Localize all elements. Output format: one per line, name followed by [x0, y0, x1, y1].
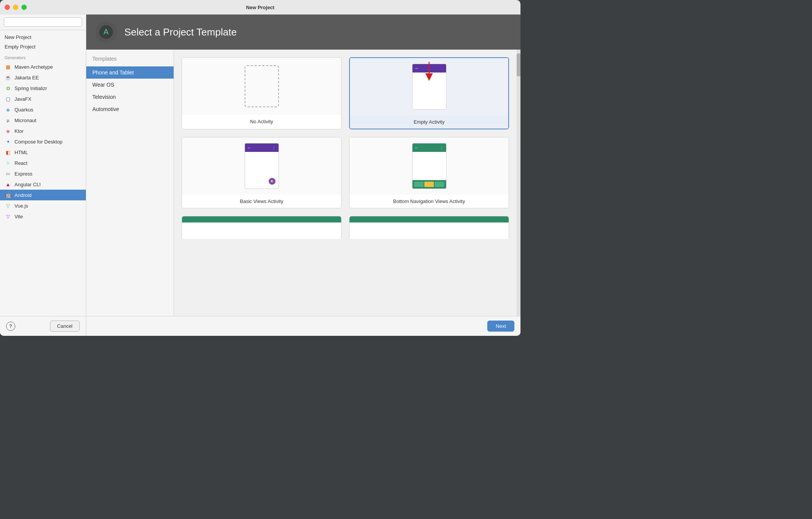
sidebar-item-maven-archetype[interactable]: ▦ Maven Archetype	[0, 61, 86, 72]
basic-views-label: Basic Views Activity	[182, 195, 341, 208]
quarkus-label: Quarkus	[14, 107, 33, 113]
react-label: React	[14, 160, 27, 166]
sidebar-item-new-project[interactable]: New Project	[0, 32, 86, 42]
express-label: Express	[14, 171, 32, 177]
bv-fab: +	[269, 178, 276, 185]
sidebar-item-ktor[interactable]: ◆ Ktor	[0, 126, 86, 136]
bn-toolbar: ← ⋮	[412, 143, 446, 152]
template-card-no-activity[interactable]: No Activity	[182, 57, 342, 129]
no-activity-preview	[245, 65, 279, 107]
templates-label: Templates	[86, 54, 174, 66]
next-button[interactable]: Next	[487, 321, 514, 332]
vuejs-icon: ▽	[5, 202, 11, 209]
sidebar-item-compose[interactable]: ✦ Compose for Desktop	[0, 136, 86, 147]
minimize-button[interactable]	[13, 5, 18, 10]
template-card-partial-1[interactable]	[182, 216, 342, 239]
spring-label: Spring Initializr	[14, 85, 47, 91]
empty-project-label: Empty Project	[5, 44, 35, 50]
sidebar-item-spring[interactable]: ✿ Spring Initializr	[0, 83, 86, 93]
template-card-bottom-nav[interactable]: ← ⋮ Bottom Naviga	[349, 137, 509, 208]
sidebar-item-micronaut[interactable]: µ Micronaut	[0, 115, 86, 126]
html-icon: ◧	[5, 149, 11, 156]
panel-title: Select a Project Template	[124, 26, 237, 38]
angular-label: Angular CLI	[14, 182, 41, 187]
panel-content: Templates Phone and Tablet Wear OS Telev…	[86, 50, 520, 316]
sidebar-item-jakarta-ee[interactable]: ☕ Jakarta EE	[0, 72, 86, 83]
compose-label: Compose for Desktop	[14, 139, 63, 145]
title-bar: New Project	[0, 0, 520, 15]
sidebar-items: New Project Empty Project Generators ▦ M…	[0, 30, 86, 316]
scrollbar-track[interactable]	[517, 50, 520, 316]
template-card-empty-activity[interactable]: ←	[349, 57, 509, 129]
ktor-label: Ktor	[14, 128, 24, 134]
bv-toolbar: ← ⋮	[245, 143, 279, 152]
basic-views-preview: ← ⋮ +	[245, 143, 279, 189]
scrollbar-thumb[interactable]	[517, 53, 520, 76]
jakarta-icon: ☕	[5, 74, 11, 81]
spring-icon: ✿	[5, 85, 11, 92]
template-category-automotive[interactable]: Automotive	[86, 103, 174, 115]
sidebar-item-quarkus[interactable]: ◈ Quarkus	[0, 104, 86, 115]
generators-label: Generators	[0, 52, 86, 61]
express-icon: ex	[5, 170, 11, 177]
sidebar-item-android[interactable]: 🤖 Android	[0, 190, 86, 200]
svg-text:A: A	[103, 27, 109, 36]
quarkus-icon: ◈	[5, 106, 11, 113]
sidebar-item-javafx[interactable]: ▢ JavaFX	[0, 93, 86, 104]
bn-nav-item-2	[424, 182, 434, 187]
sidebar: New Project Empty Project Generators ▦ M…	[0, 15, 86, 336]
vite-icon: ▽	[5, 213, 11, 220]
no-activity-image	[182, 58, 341, 115]
traffic-lights	[5, 5, 27, 10]
android-label: Android	[14, 192, 32, 198]
android-studio-logo: A	[95, 21, 117, 43]
android-icon: 🤖	[5, 192, 11, 198]
react-icon: ⚛	[5, 160, 11, 166]
bottom-nav-preview: ← ⋮	[412, 143, 446, 189]
ea-toolbar: ←	[412, 64, 446, 73]
sidebar-item-empty-project[interactable]: Empty Project	[0, 42, 86, 52]
right-bottom-bar: Next	[86, 316, 520, 336]
action-buttons: Cancel	[50, 321, 80, 332]
bv-menu: ⋮	[272, 146, 276, 150]
right-panel: A Select a Project Template Templates Ph…	[86, 15, 520, 336]
maximize-button[interactable]	[21, 5, 27, 10]
vuejs-label: Vue.js	[14, 203, 28, 209]
sidebar-item-vite[interactable]: ▽ Vite	[0, 211, 86, 222]
javafx-label: JavaFX	[14, 96, 31, 102]
sidebar-item-angular[interactable]: ▲ Angular CLI	[0, 179, 86, 190]
cancel-button[interactable]: Cancel	[50, 321, 80, 332]
sidebar-item-react[interactable]: ⚛ React	[0, 158, 86, 168]
partial-toolbar-1	[182, 216, 341, 222]
sidebar-item-html[interactable]: ◧ HTML	[0, 147, 86, 158]
template-card-basic-views[interactable]: ← ⋮ + Basic Views Activity	[182, 137, 342, 208]
android-studio-icon: A	[98, 24, 114, 40]
micronaut-icon: µ	[5, 117, 11, 124]
basic-views-image: ← ⋮ +	[182, 137, 341, 195]
empty-activity-label: Empty Activity	[350, 115, 508, 129]
template-grid-container: No Activity ←	[174, 50, 520, 316]
bn-nav-bar	[412, 180, 446, 189]
sidebar-item-vuejs[interactable]: ▽ Vue.js	[0, 200, 86, 211]
search-input[interactable]	[4, 18, 82, 27]
bn-nav-item-1	[414, 182, 424, 187]
window-title: New Project	[246, 5, 274, 10]
angular-icon: ▲	[5, 181, 11, 188]
maven-archetype-label: Maven Archetype	[14, 64, 53, 70]
empty-activity-image: ←	[350, 58, 508, 115]
ktor-icon: ◆	[5, 127, 11, 134]
template-category-wear-os[interactable]: Wear OS	[86, 79, 174, 91]
template-card-partial-2[interactable]	[349, 216, 509, 239]
maven-icon: ▦	[5, 63, 11, 70]
sidebar-item-express[interactable]: ex Express	[0, 168, 86, 179]
close-button[interactable]	[5, 5, 10, 10]
panel-header: A Select a Project Template	[86, 15, 520, 50]
compose-icon: ✦	[5, 138, 11, 145]
template-category-television[interactable]: Television	[86, 91, 174, 103]
vite-label: Vite	[14, 214, 23, 219]
template-category-phone-tablet[interactable]: Phone and Tablet	[86, 66, 174, 79]
bottom-nav-label: Bottom Navigation Views Activity	[350, 195, 509, 208]
templates-sidebar: Templates Phone and Tablet Wear OS Telev…	[86, 50, 174, 316]
help-button[interactable]: ?	[6, 322, 15, 331]
search-bar[interactable]	[0, 15, 86, 30]
